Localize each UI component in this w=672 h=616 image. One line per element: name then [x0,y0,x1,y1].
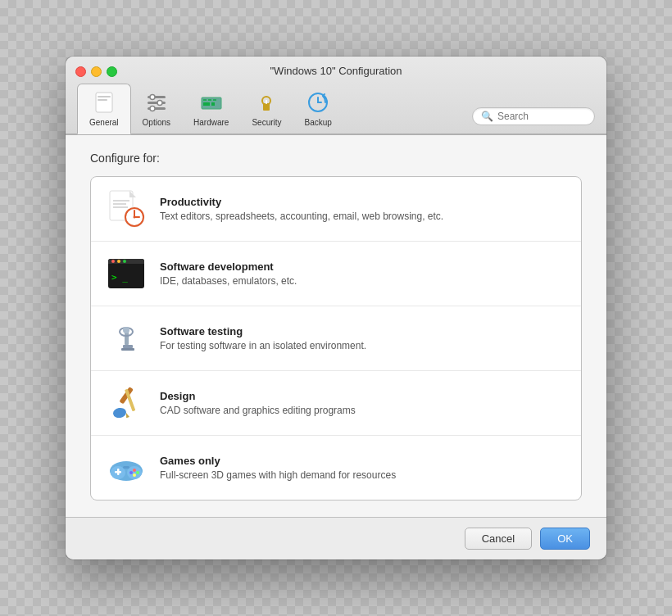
design-title: Design [160,390,356,402]
window-title: "Windows 10" Configuration [270,65,402,77]
svg-point-54 [129,471,133,474]
productivity-text: Productivity Text editors, spreadsheets,… [160,196,443,222]
svg-rect-51 [117,469,120,475]
svg-point-32 [111,260,115,263]
games-text: Games only Full-screen 3D games with hig… [160,455,396,481]
tab-options-label: Options [143,118,170,127]
design-icon [106,383,147,424]
tab-backup[interactable]: Backup [293,84,343,134]
svg-rect-14 [211,102,215,106]
config-item-games[interactable]: Games only Full-screen 3D games with hig… [91,436,581,500]
svg-point-55 [133,473,136,477]
ok-button[interactable]: OK [540,528,590,550]
title-bar: "Windows 10" Configuration General [66,57,606,134]
svg-point-53 [136,471,139,474]
cancel-button[interactable]: Cancel [465,528,532,550]
svg-rect-16 [263,103,270,111]
search-icon: 🔍 [481,111,493,122]
svg-rect-10 [203,99,207,101]
tab-general-label: General [89,118,119,127]
maximize-button[interactable] [107,66,117,77]
software-dev-text: Software development IDE, databases, emu… [160,260,297,287]
software-testing-title: Software testing [160,325,366,337]
config-item-design[interactable]: Design CAD software and graphics editing… [91,371,581,436]
svg-point-6 [150,95,155,100]
search-box[interactable]: 🔍 [472,107,595,125]
configure-label: Configure for: [90,152,582,165]
toolbar-tabs: General Options [77,84,343,134]
tab-hardware-label: Hardware [193,118,229,127]
svg-rect-0 [96,93,112,112]
tab-hardware[interactable]: Hardware [182,84,240,134]
svg-rect-49 [123,466,129,469]
software-testing-icon [106,318,147,359]
productivity-icon [106,188,147,229]
svg-rect-1 [98,96,111,97]
svg-point-28 [134,216,136,219]
productivity-title: Productivity [160,196,443,208]
software-dev-desc: IDE, databases, emulators, etc. [160,275,297,287]
svg-point-34 [123,260,126,263]
toolbar: General Options [77,84,595,134]
software-testing-text: Software testing For testing software in… [160,325,366,351]
svg-point-8 [150,106,155,111]
config-item-software-dev[interactable]: > _ Software development IDE, databases,… [91,242,581,306]
options-icon [143,89,170,116]
tab-security[interactable]: Security [240,84,293,134]
svg-rect-36 [123,345,133,348]
main-window: "Windows 10" Configuration General [66,57,606,559]
games-desc: Full-screen 3D games with high demand fo… [160,469,396,481]
software-dev-icon: > _ [106,253,147,294]
svg-point-33 [117,260,120,263]
general-icon [91,89,117,116]
config-item-software-testing[interactable]: Software testing For testing software in… [91,306,581,371]
svg-text:> _: > _ [111,272,128,283]
search-input[interactable] [497,111,586,122]
svg-rect-2 [98,99,107,101]
svg-rect-13 [203,102,210,106]
svg-point-43 [112,407,127,419]
backup-icon [305,89,331,116]
productivity-desc: Text editors, spreadsheets, accounting, … [160,211,443,222]
footer: Cancel OK [66,517,606,559]
svg-rect-37 [121,348,134,351]
svg-rect-11 [208,99,211,101]
svg-rect-12 [213,99,216,101]
design-desc: CAD software and graphics editing progra… [160,405,356,416]
design-text: Design CAD software and graphics editing… [160,390,356,416]
config-list: Productivity Text editors, spreadsheets,… [90,176,582,500]
content-area: Configure for: [66,134,606,517]
tab-general[interactable]: General [77,84,131,134]
svg-rect-17 [266,100,267,104]
tab-options[interactable]: Options [131,84,182,134]
minimize-button[interactable] [91,66,102,77]
traffic-lights [75,66,117,77]
svg-point-52 [133,469,136,472]
tab-security-label: Security [252,118,281,127]
svg-point-7 [157,101,162,106]
svg-point-40 [123,327,129,333]
config-item-productivity[interactable]: Productivity Text editors, spreadsheets,… [91,177,581,242]
svg-rect-38 [125,332,129,345]
toolbar-search: 🔍 [472,107,595,134]
security-icon [253,89,279,116]
close-button[interactable] [75,66,86,77]
games-title: Games only [160,455,396,467]
games-icon [106,447,147,488]
software-dev-title: Software development [160,260,297,273]
hardware-icon [198,89,225,116]
tab-backup-label: Backup [305,118,332,127]
software-testing-desc: For testing software in an isolated envi… [160,340,366,351]
